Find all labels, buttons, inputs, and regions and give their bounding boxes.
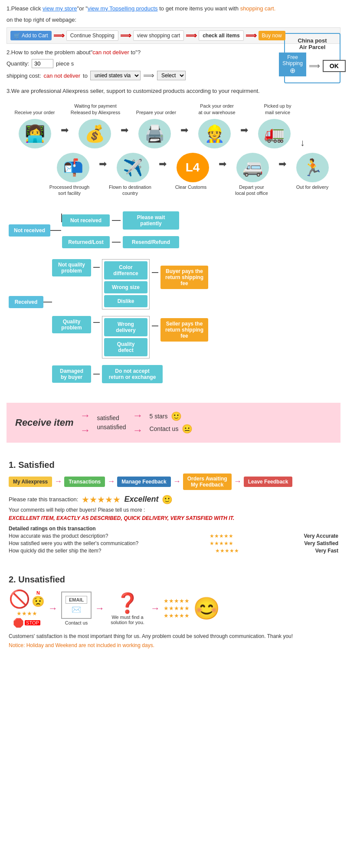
- process-flow: Receive your order Waiting for paymentRe…: [7, 101, 340, 200]
- unsatisfied-section: 2. Unsatisfied 🚫 N 😟 ★★★★ 🛑 STOP →: [7, 564, 340, 653]
- unsatisfied-arrow-2: →: [95, 603, 105, 614]
- destination-select[interactable]: unied states via: [90, 71, 141, 80]
- five-stars-text: 5 stars: [149, 413, 167, 420]
- line1: [50, 230, 61, 231]
- feedback-steps: My Aliexpress → Transactions → Manage Fe…: [9, 473, 338, 490]
- stars-result-box: ★★★★★ ★★★★★ ★★★★★: [164, 598, 190, 619]
- orders-awaiting-step: Orders AwaitingMy Feedback: [183, 473, 232, 490]
- process-label-7: Depart yourlocal post office: [226, 184, 278, 198]
- rating-row-2: How satisfied were you with the seller's…: [9, 540, 338, 546]
- process-step-5: Picked up bymail service: [252, 103, 304, 117]
- view-store-link[interactable]: view my store: [43, 5, 77, 12]
- process-arrow-8: ➡: [99, 158, 107, 176]
- buy-now-btn[interactable]: Buy now: [259, 31, 285, 40]
- cannot-deliver: can not deliver: [44, 72, 81, 79]
- view-topselling-link[interactable]: view my Topselling products: [88, 5, 158, 12]
- comments-note: Your comments will help other buyers! Pl…: [9, 507, 338, 513]
- solution-box: ❓ We must find a solution for you.: [108, 592, 147, 625]
- section-2: 2.How to solve the problem about"can not…: [7, 48, 340, 84]
- section1-subtitle: on the top right of webpage:: [7, 16, 340, 25]
- process-step-2: Waiting for paymentReleased by Aliexpres…: [69, 103, 121, 117]
- process-label-6: Out for delivery: [286, 184, 338, 198]
- not-received-main: Not received: [9, 224, 50, 237]
- process-arrow-6: ➡: [219, 158, 226, 176]
- notice-text: Notice: Holiday and Weekend are not incl…: [9, 642, 338, 648]
- process-icon-2: 💰: [69, 119, 121, 148]
- my-aliexpress-step: My Aliexpress: [9, 477, 52, 487]
- review-text: EXCELLENT ITEM, EXACTLY AS DESCRIBED, QU…: [9, 515, 338, 521]
- transactions-step: Transactions: [64, 477, 105, 487]
- process-icon-5: 🚛: [248, 119, 300, 148]
- leave-feedback-step: Leave Feedback: [244, 477, 293, 487]
- china-post-title: China post Air Parcel: [290, 37, 334, 50]
- process-icon-4: 👷: [188, 119, 240, 148]
- ok-button[interactable]: OK: [323, 60, 346, 72]
- unsatisfied-heading: 2. Unsatisfied: [9, 575, 338, 585]
- continue-shopping-btn[interactable]: Continue Shopping: [66, 30, 118, 41]
- no-symbol-box: 🚫 N 😟 ★★★★ 🛑 STOP: [9, 589, 45, 628]
- process-label-9: Flown to destinationcountry: [104, 184, 156, 198]
- process-arrow-2: ➡: [121, 125, 128, 142]
- free-shipping-label: FreeShipping⊕: [279, 53, 306, 76]
- check-items-btn[interactable]: check all items: [199, 30, 243, 41]
- excellent-emoji: 🙂: [162, 494, 173, 505]
- step-arrow-1: →: [54, 477, 62, 486]
- received-main: Received: [9, 296, 43, 308]
- arrow-5stars: →: [132, 409, 143, 421]
- decision-tree: Not received Not received Please waitpat…: [7, 207, 340, 396]
- add-to-cart-btn[interactable]: 🛒 Add to Cart: [10, 31, 52, 40]
- solution-label: We must find a solution for you.: [108, 615, 147, 625]
- not-received-branch1: Not received: [62, 214, 110, 227]
- contact-us-text: Contact us: [149, 425, 178, 432]
- wait-patiently: Please waitpatiently: [123, 211, 179, 230]
- process-icon-3: 🖨️: [128, 119, 180, 148]
- unsatisfied-flow: 🚫 N 😟 ★★★★ 🛑 STOP → EMAIL ✉️ Contact us: [9, 589, 338, 628]
- step-arrow-2: →: [107, 477, 115, 486]
- arrow-satisfied: →: [80, 409, 91, 421]
- satisfied-section: 1. Satisfied My Aliexpress → Transaction…: [7, 449, 340, 559]
- excellent-label: Excellent: [124, 495, 158, 504]
- satisfaction-options: satisfied unsatisfied: [97, 414, 126, 431]
- section3-text: 3.We are professional Aliexpress seller,…: [7, 88, 340, 94]
- rate-stars: ★★★★★: [82, 494, 121, 505]
- rate-label: Please rate this transaction:: [9, 496, 78, 503]
- qty-label: Quantity:: [7, 60, 29, 67]
- process-label-8: Clear Customs: [165, 184, 217, 198]
- process-step-3: Prepare your order: [130, 109, 182, 117]
- shipping-row: shipping cost: can not deliver to unied …: [7, 71, 275, 80]
- process-arrow-5: ➡: [278, 158, 286, 176]
- arrow-unsatisfied: →: [80, 424, 91, 436]
- unsatisfied-option: unsatisfied: [97, 424, 126, 431]
- arrow4: ⟹: [246, 31, 257, 40]
- wrong-size: Wrong size: [104, 281, 147, 293]
- returned-lost: Returned/Lost: [62, 236, 110, 248]
- view-cart-btn[interactable]: view shopping cart: [133, 30, 184, 41]
- email-box: EMAIL ✉️ Contact us: [61, 592, 92, 625]
- process-icon-1: 👩‍💻: [9, 119, 61, 148]
- ship-to: to: [83, 72, 88, 79]
- neutral-emoji: 😐: [182, 424, 193, 434]
- unsatisfied-arrow-1: →: [48, 603, 58, 614]
- qty-suffix: piece s: [56, 60, 74, 67]
- unsatisfied-arrow-3: →: [151, 603, 160, 614]
- seller-pays: Seller pays thereturn shipping fee: [160, 318, 208, 342]
- process-label-10: Processed throughsort facility: [43, 184, 95, 198]
- satisfaction-footer: Customers' satisfaction is the most impo…: [9, 632, 338, 640]
- process-arrow-3: ➡: [180, 125, 188, 142]
- not-quality-problem: Not qualityproblem: [52, 259, 91, 276]
- qty-input[interactable]: [32, 59, 53, 68]
- rating-row-1: How accurate was the product description…: [9, 533, 338, 539]
- quantity-row: Quantity: piece s: [7, 59, 275, 68]
- process-icon-7: 🚐: [226, 153, 278, 182]
- cart-icon: 🛒: [14, 33, 20, 39]
- shipping-method-select[interactable]: Select: [157, 71, 186, 80]
- buyer-pays: Buyer pays thereturn shipping fee: [160, 266, 208, 289]
- process-step-4: Pack your orderat our warehouse: [191, 103, 243, 117]
- satisfied-option: satisfied: [97, 414, 126, 421]
- color-difference: Color difference: [104, 261, 147, 279]
- resend-refund: Resend/Refund: [123, 236, 179, 248]
- wrong-delivery: Wrong delivery: [104, 318, 147, 336]
- quality-problem: Qualityproblem: [52, 316, 91, 333]
- section1-intro: 1.Please click view my store"or "view my…: [7, 4, 340, 13]
- arrow1: ⟹: [53, 31, 65, 40]
